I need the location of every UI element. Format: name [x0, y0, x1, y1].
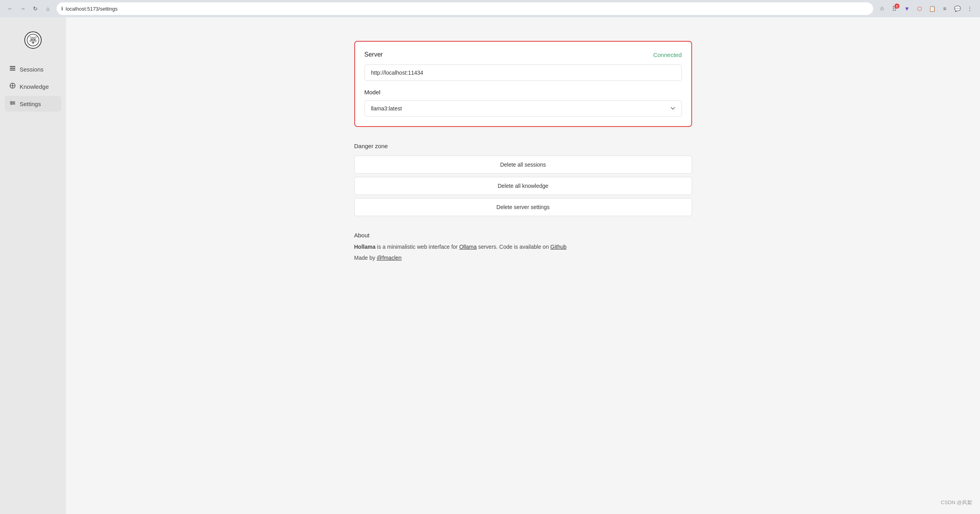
model-label: Model — [365, 89, 682, 95]
danger-zone-title: Danger zone — [354, 143, 692, 149]
reload-button[interactable]: ↻ — [30, 3, 41, 14]
ext-button-1[interactable]: ▼ — [901, 3, 912, 14]
server-url-input[interactable] — [365, 64, 682, 81]
svg-point-11 — [11, 101, 12, 103]
nav-buttons: ← → ↻ ⌂ — [5, 3, 53, 14]
delete-sessions-button[interactable]: Delete all sessions — [354, 156, 692, 174]
server-section-header: Server Connected — [365, 51, 682, 58]
settings-icon — [9, 100, 16, 108]
app-logo: 🐺 — [24, 31, 42, 49]
about-title: About — [354, 232, 692, 239]
extensions-button[interactable]: ⠿ 8 — [889, 3, 900, 14]
ext-button-2[interactable]: ⬡ — [914, 3, 925, 14]
forward-button[interactable]: → — [17, 3, 28, 14]
sidebar-logo: 🐺 — [0, 25, 66, 61]
about-text-mid: is a minimalistic web interface for — [377, 244, 459, 250]
sessions-icon — [9, 65, 16, 73]
star-button[interactable]: ☆ — [876, 3, 887, 14]
sidebar: 🐺 Sessions — [0, 17, 66, 514]
watermark: CSDN @风絮 — [941, 499, 972, 506]
made-by-text: Made by @fmaclen — [354, 253, 692, 262]
settings-wrapper: Server Connected Model llama3:latest Dan… — [354, 41, 692, 263]
about-text-suffix: servers. Code is available on — [478, 244, 550, 250]
sidebar-nav: Sessions Knowledge — [0, 61, 66, 112]
settings-label: Settings — [20, 101, 41, 107]
model-select[interactable]: llama3:latest — [365, 100, 682, 117]
back-button[interactable]: ← — [5, 3, 16, 14]
ext-button-4[interactable]: ≡ — [939, 3, 950, 14]
github-link[interactable]: Github — [550, 244, 566, 250]
sidebar-item-settings[interactable]: Settings — [5, 96, 61, 112]
author-link[interactable]: @fmaclen — [377, 255, 401, 261]
connected-badge: Connected — [653, 51, 682, 58]
knowledge-label: Knowledge — [20, 83, 49, 90]
svg-text:🐺: 🐺 — [29, 36, 38, 44]
svg-point-13 — [11, 104, 12, 105]
more-button[interactable]: ⋮ — [964, 3, 975, 14]
about-description: Hollama is a minimalistic web interface … — [354, 242, 692, 251]
browser-actions: ☆ ⠿ 8 ▼ ⬡ 📋 ≡ 💬 ⋮ — [876, 3, 975, 14]
sessions-label: Sessions — [20, 66, 44, 73]
app-container: 🐺 Sessions — [0, 17, 980, 514]
home-button[interactable]: ⌂ — [42, 3, 53, 14]
hollama-link: Hollama — [354, 244, 376, 250]
sidebar-item-sessions[interactable]: Sessions — [5, 61, 61, 77]
main-content: Server Connected Model llama3:latest Dan… — [66, 17, 980, 514]
svg-point-12 — [13, 103, 15, 104]
ext-button-5[interactable]: 💬 — [952, 3, 963, 14]
svg-rect-3 — [10, 68, 15, 69]
server-section: Server Connected Model llama3:latest — [354, 41, 692, 127]
svg-point-6 — [12, 85, 13, 86]
knowledge-icon — [9, 83, 16, 90]
ollama-link[interactable]: Ollama — [459, 244, 476, 250]
delete-server-button[interactable]: Delete server settings — [354, 198, 692, 216]
address-bar[interactable]: ℹ localhost:5173/settings — [57, 2, 873, 15]
svg-rect-2 — [10, 66, 15, 67]
about-section: About Hollama is a minimalistic web inte… — [354, 232, 692, 263]
browser-toolbar: ← → ↻ ⌂ ℹ localhost:5173/settings ☆ ⠿ 8 … — [0, 0, 980, 17]
svg-rect-4 — [10, 70, 15, 71]
server-title: Server — [365, 51, 383, 58]
ext-button-3[interactable]: 📋 — [927, 3, 938, 14]
lock-icon: ℹ — [61, 6, 63, 11]
url-text: localhost:5173/settings — [66, 6, 117, 12]
sidebar-item-knowledge[interactable]: Knowledge — [5, 79, 61, 94]
danger-section: Danger zone Delete all sessions Delete a… — [354, 143, 692, 216]
made-by-prefix: Made by — [354, 255, 377, 261]
delete-knowledge-button[interactable]: Delete all knowledge — [354, 177, 692, 195]
